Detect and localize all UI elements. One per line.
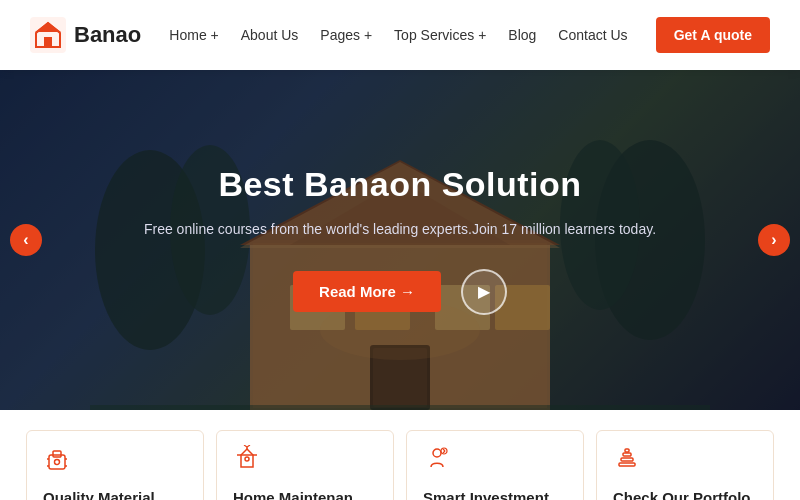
read-more-button[interactable]: Read More → — [293, 271, 441, 312]
card-portfolio-icon — [613, 445, 757, 479]
hero-content: Best Banaon Solution Free online courses… — [144, 165, 656, 314]
svg-rect-23 — [53, 451, 61, 457]
card-maintenance-title: Home Maintenan — [233, 489, 377, 500]
card-maintenance: Home Maintenan The representation of — [216, 430, 394, 500]
svg-rect-40 — [621, 458, 633, 461]
svg-line-37 — [443, 449, 445, 451]
hero-actions: Read More → ▶ — [144, 269, 656, 315]
card-investment-title: Smart Investment — [423, 489, 567, 500]
svg-point-35 — [433, 449, 441, 457]
hero-section: Best Banaon Solution Free online courses… — [0, 70, 800, 410]
svg-line-34 — [247, 445, 250, 447]
card-portfolio: Check Our Portfolo The representation of — [596, 430, 774, 500]
get-quote-button[interactable]: Get A quote — [656, 17, 770, 53]
logo[interactable]: Banao — [30, 17, 141, 53]
svg-line-33 — [244, 445, 247, 447]
nav-contact[interactable]: Contact Us — [558, 27, 627, 43]
svg-point-36 — [441, 448, 447, 454]
hero-next-button[interactable]: › — [758, 224, 790, 256]
nav-links: Home + About Us Pages + Top Services + B… — [169, 27, 627, 43]
play-icon: ▶ — [478, 282, 490, 301]
card-portfolio-title: Check Our Portfolo — [613, 489, 757, 500]
svg-rect-2 — [44, 37, 52, 47]
hero-subtitle: Free online courses from the world's lea… — [144, 218, 656, 240]
hero-prev-button[interactable]: ‹ — [10, 224, 42, 256]
svg-point-32 — [245, 457, 249, 461]
card-investment-icon — [423, 445, 567, 479]
svg-rect-42 — [625, 449, 629, 452]
card-investment: Smart Investment The representation of — [406, 430, 584, 500]
card-quality: Quality Material The representation of — [26, 430, 204, 500]
logo-icon — [30, 17, 66, 53]
svg-point-24 — [55, 460, 60, 465]
card-quality-title: Quality Material — [43, 489, 187, 500]
svg-marker-29 — [241, 449, 253, 467]
nav-home[interactable]: Home + — [169, 27, 218, 43]
svg-line-38 — [443, 451, 445, 453]
nav-services[interactable]: Top Services + — [394, 27, 486, 43]
play-button[interactable]: ▶ — [461, 269, 507, 315]
card-quality-icon — [43, 445, 187, 479]
nav-blog[interactable]: Blog — [508, 27, 536, 43]
svg-rect-41 — [623, 453, 631, 456]
nav-pages[interactable]: Pages + — [320, 27, 372, 43]
nav-about[interactable]: About Us — [241, 27, 299, 43]
hero-title: Best Banaon Solution — [144, 165, 656, 204]
logo-text: Banao — [74, 22, 141, 48]
cards-section: Quality Material The representation of H… — [0, 410, 800, 500]
card-maintenance-icon — [233, 445, 377, 479]
navbar: Banao Home + About Us Pages + Top Servic… — [0, 0, 800, 70]
svg-rect-39 — [619, 463, 635, 466]
